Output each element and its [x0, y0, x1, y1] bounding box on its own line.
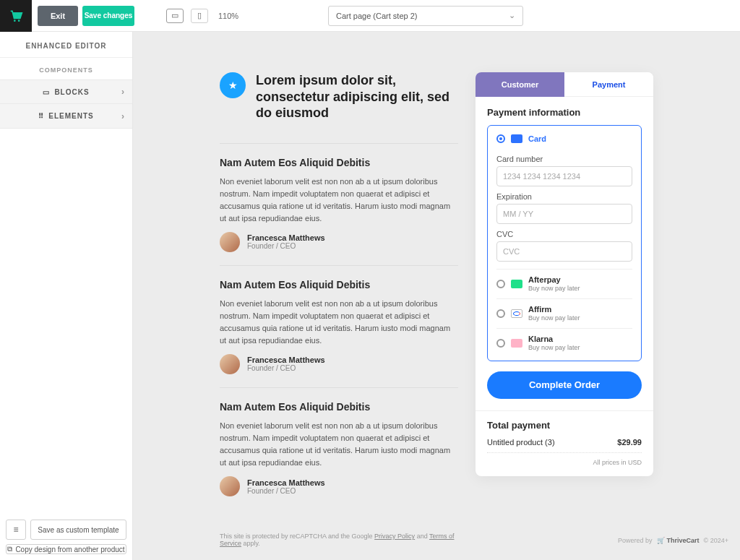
desktop-view-icon[interactable]: ▭ — [166, 9, 184, 23]
save-changes-button[interactable]: Save changes — [82, 6, 134, 26]
copy-icon: ⧉ — [7, 545, 12, 553]
total-heading: Total payment — [487, 420, 642, 431]
avatar — [220, 476, 240, 496]
radio-icon — [496, 280, 505, 288]
exit-button[interactable]: Exit — [38, 6, 78, 26]
testimonial-heading: Nam Autem Eos Aliquid Debitis — [220, 157, 458, 168]
payment-method-affirm[interactable]: Affirm Buy now pay later — [496, 298, 632, 328]
payment-method-label: Card — [528, 134, 546, 143]
page-selector[interactable]: Cart page (Cart step 2) ⌄ — [328, 6, 523, 26]
privacy-link[interactable]: Privacy Policy — [374, 533, 415, 540]
cart-logo-icon — [9, 9, 23, 23]
testimonial-body: Non eveniet laborum velit est non non ab… — [220, 176, 458, 225]
copy-design-button[interactable]: ⧉ Copy design from another product — [6, 544, 126, 554]
page-preview: ★ Lorem ipsum dolor sit, consectetur adi… — [220, 72, 653, 547]
device-switcher: ▭ ▯ 110% — [166, 9, 238, 23]
sidebar-item-elements[interactable]: ⠿ ELEMENTS › — [0, 104, 132, 129]
complete-order-button[interactable]: Complete Order — [487, 371, 642, 399]
payment-methods: Card Card number Expiration CVC Afterpay… — [487, 125, 642, 361]
payment-method-label: Affirm — [528, 305, 580, 314]
chevron-down-icon: ⌄ — [509, 11, 515, 20]
line-item: Untitled product (3) $29.99 — [487, 438, 642, 453]
testimonial-name: Francesca Matthews — [247, 356, 325, 364]
card-number-input[interactable] — [496, 166, 632, 186]
testimonial: Nam Autem Eos Aliquid Debitis Non evenie… — [220, 157, 458, 252]
recaptcha-note: This site is protected by reCAPTCHA and … — [220, 533, 458, 547]
sidebar-title: ENHANCED EDITOR — [0, 32, 132, 57]
testimonial-role: Founder / CEO — [247, 487, 325, 495]
line-item-name: Untitled product (3) — [487, 438, 555, 447]
field-label: CVC — [496, 230, 632, 238]
payment-method-sub: Buy now pay later — [528, 285, 580, 293]
currency-note: All prices in USD — [487, 459, 642, 466]
testimonial-name: Francesca Matthews — [247, 233, 325, 242]
testimonial-name: Francesca Matthews — [247, 478, 325, 487]
payment-heading: Payment information — [487, 107, 642, 118]
testimonial-heading: Nam Autem Eos Aliquid Debitis — [220, 401, 458, 413]
payment-method-label: Klarna — [528, 335, 580, 344]
testimonial: Nam Autem Eos Aliquid Debitis Non evenie… — [220, 279, 458, 374]
app-header: Exit Save changes ▭ ▯ 110% Cart page (Ca… — [0, 0, 740, 32]
radio-icon — [496, 309, 505, 318]
radio-icon — [496, 339, 505, 348]
payment-method-afterpay[interactable]: Afterpay Buy now pay later — [496, 269, 632, 298]
tab-customer[interactable]: Customer — [476, 72, 564, 97]
page-selector-label: Cart page (Cart step 2) — [336, 12, 418, 20]
avatar — [220, 232, 240, 252]
mobile-view-icon[interactable]: ▯ — [191, 9, 208, 23]
testimonial-role: Founder / CEO — [247, 364, 325, 372]
testimonial-role: Founder / CEO — [247, 242, 325, 250]
cart-small-icon: 🛒 — [657, 537, 665, 544]
content-column: ★ Lorem ipsum dolor sit, consectetur adi… — [220, 72, 458, 547]
checkout-panel: Customer Payment Payment information Car… — [476, 72, 653, 476]
affirm-icon — [511, 309, 522, 318]
editor-canvas: ★ Lorem ipsum dolor sit, consectetur adi… — [133, 32, 740, 560]
radio-icon — [496, 134, 505, 143]
afterpay-icon — [511, 280, 522, 288]
payment-method-sub: Buy now pay later — [528, 344, 580, 352]
testimonial-body: Non eveniet laborum velit est non non ab… — [220, 420, 458, 469]
sidebar-heading-components: COMPONENTS — [0, 58, 132, 79]
tab-payment[interactable]: Payment — [564, 72, 653, 97]
zoom-level: 110% — [218, 12, 238, 20]
field-label: Expiration — [496, 192, 632, 201]
payment-method-klarna[interactable]: Klarna Buy now pay later — [496, 328, 632, 358]
chevron-right-icon: › — [121, 111, 125, 121]
testimonial-heading: Nam Autem Eos Aliquid Debitis — [220, 279, 458, 290]
elements-icon: ⠿ — [38, 112, 44, 120]
cvc-input[interactable] — [496, 241, 632, 262]
svg-point-1 — [18, 20, 20, 22]
card-icon — [511, 134, 522, 143]
blocks-icon: ▭ — [43, 88, 50, 96]
hero: ★ Lorem ipsum dolor sit, consectetur adi… — [220, 72, 458, 121]
payment-method-card[interactable]: Card — [496, 133, 632, 149]
star-icon: ★ — [220, 72, 246, 98]
klarna-icon — [511, 339, 522, 348]
expiration-input[interactable] — [496, 204, 632, 224]
save-template-button[interactable]: Save as custom template — [30, 520, 126, 540]
settings-icon-button[interactable]: ≡ — [6, 520, 26, 540]
testimonial: Nam Autem Eos Aliquid Debitis Non evenie… — [220, 401, 458, 496]
powered-by: Powered by 🛒ThriveCart © 2024+ — [618, 537, 728, 544]
chevron-right-icon: › — [121, 87, 125, 97]
testimonial-body: Non eveniet laborum velit est non non ab… — [220, 298, 458, 347]
hero-title: Lorem ipsum dolor sit, consectetur adipi… — [256, 72, 458, 121]
field-label: Card number — [496, 155, 632, 163]
logo — [0, 0, 32, 32]
payment-method-sub: Buy now pay later — [528, 314, 580, 322]
sidebar-item-blocks[interactable]: ▭ BLOCKS › — [0, 79, 132, 104]
svg-point-0 — [14, 20, 16, 22]
payment-method-label: Afterpay — [528, 275, 580, 285]
line-item-price: $29.99 — [617, 438, 642, 447]
sidebar: ENHANCED EDITOR COMPONENTS ▭ BLOCKS › ⠿ … — [0, 32, 133, 560]
avatar — [220, 354, 240, 374]
